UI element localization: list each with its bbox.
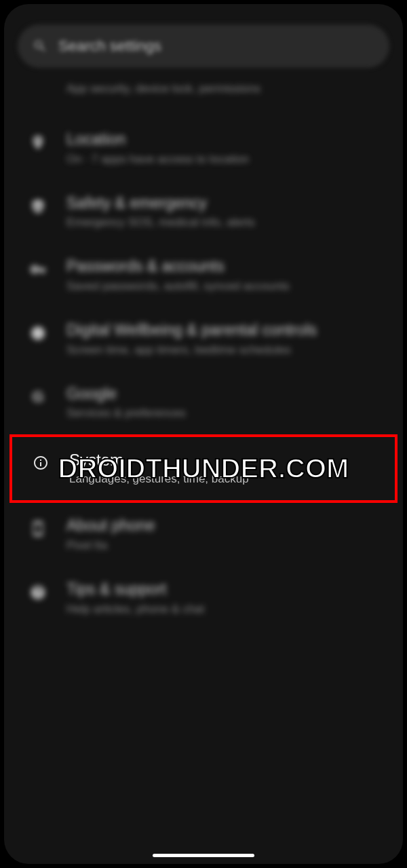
google-icon: G: [28, 388, 47, 407]
svg-point-0: [31, 326, 45, 340]
item-title: System: [69, 451, 380, 470]
location-icon: [28, 133, 47, 152]
help-icon: [28, 583, 47, 602]
item-subtitle: Emergency SOS, medical info, alerts: [66, 215, 383, 230]
item-title: Safety & emergency: [66, 194, 383, 213]
item-subtitle: App security, device lock, permissions: [66, 81, 383, 96]
info-icon: [31, 453, 50, 472]
settings-item-system[interactable]: System Languages, gestures, time, backup: [9, 434, 398, 503]
item-title: Digital Wellbeing & parental controls: [66, 321, 383, 340]
item-subtitle: Help articles, phone & chat: [66, 602, 383, 617]
navigation-handle[interactable]: [153, 854, 254, 857]
item-subtitle: On · 7 apps have access to location: [66, 152, 383, 167]
medical-icon: [28, 197, 47, 216]
item-subtitle: Languages, gestures, time, backup: [69, 472, 380, 487]
settings-item-google[interactable]: G Google Services & preferences: [18, 371, 389, 435]
item-title: Google: [66, 385, 383, 404]
item-subtitle: Pixel 6a: [66, 538, 383, 553]
settings-item-wellbeing[interactable]: Digital Wellbeing & parental controls Sc…: [18, 307, 389, 371]
item-subtitle: Saved passwords, autofill, synced accoun…: [66, 279, 383, 294]
settings-item-safety[interactable]: Safety & emergency Emergency SOS, medica…: [18, 181, 389, 244]
search-icon: [33, 39, 47, 54]
search-bar[interactable]: Search settings: [18, 24, 389, 68]
phone-frame: Search settings App security, device loc…: [4, 4, 403, 864]
item-title: Location: [66, 130, 383, 149]
item-title: Passwords & accounts: [66, 257, 383, 276]
item-title: Tips & support: [66, 580, 383, 599]
item-title: About phone: [66, 516, 383, 535]
settings-item-partial[interactable]: App security, device lock, permissions: [18, 81, 389, 117]
search-placeholder: Search settings: [58, 37, 161, 55]
item-subtitle: Services & preferences: [66, 406, 383, 421]
settings-item-passwords[interactable]: Passwords & accounts Saved passwords, au…: [18, 244, 389, 307]
phone-icon: [28, 519, 47, 538]
settings-item-about[interactable]: About phone Pixel 6a: [18, 503, 389, 567]
wellbeing-icon: [28, 324, 47, 343]
settings-item-tips[interactable]: Tips & support Help articles, phone & ch…: [18, 567, 389, 630]
item-subtitle: Screen time, app timers, bedtime schedul…: [66, 343, 383, 358]
key-icon: [28, 260, 47, 279]
settings-content: Search settings App security, device loc…: [4, 4, 403, 644]
settings-item-location[interactable]: Location On · 7 apps have access to loca…: [18, 117, 389, 181]
